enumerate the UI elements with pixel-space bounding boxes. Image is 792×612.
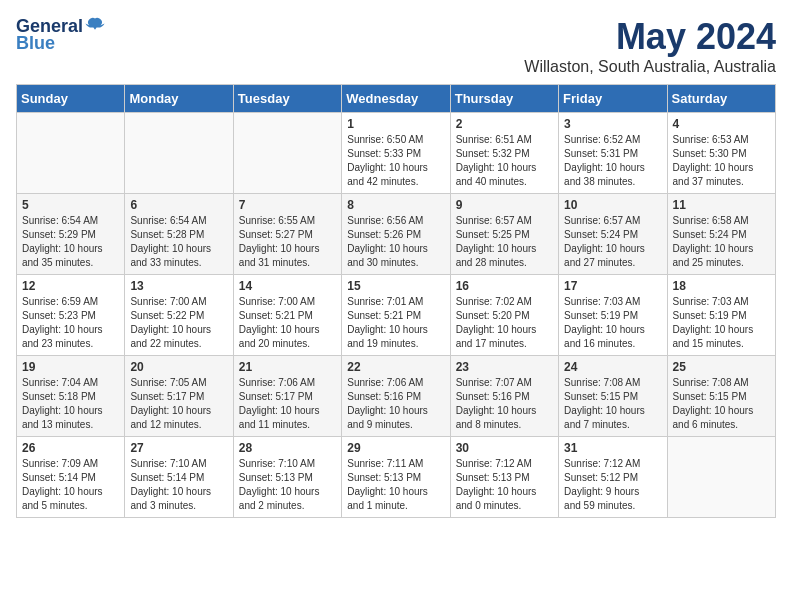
day-number: 5 (22, 198, 119, 212)
calendar-cell: 12Sunrise: 6:59 AM Sunset: 5:23 PM Dayli… (17, 275, 125, 356)
day-number: 4 (673, 117, 770, 131)
calendar-cell: 21Sunrise: 7:06 AM Sunset: 5:17 PM Dayli… (233, 356, 341, 437)
day-info: Sunrise: 6:51 AM Sunset: 5:32 PM Dayligh… (456, 133, 553, 189)
day-info: Sunrise: 6:50 AM Sunset: 5:33 PM Dayligh… (347, 133, 444, 189)
day-number: 26 (22, 441, 119, 455)
calendar-cell: 27Sunrise: 7:10 AM Sunset: 5:14 PM Dayli… (125, 437, 233, 518)
day-number: 13 (130, 279, 227, 293)
calendar-cell: 5Sunrise: 6:54 AM Sunset: 5:29 PM Daylig… (17, 194, 125, 275)
calendar-cell: 17Sunrise: 7:03 AM Sunset: 5:19 PM Dayli… (559, 275, 667, 356)
day-info: Sunrise: 7:00 AM Sunset: 5:21 PM Dayligh… (239, 295, 336, 351)
day-info: Sunrise: 7:06 AM Sunset: 5:16 PM Dayligh… (347, 376, 444, 432)
calendar-cell: 8Sunrise: 6:56 AM Sunset: 5:26 PM Daylig… (342, 194, 450, 275)
day-number: 24 (564, 360, 661, 374)
day-number: 10 (564, 198, 661, 212)
day-info: Sunrise: 7:11 AM Sunset: 5:13 PM Dayligh… (347, 457, 444, 513)
calendar-cell: 26Sunrise: 7:09 AM Sunset: 5:14 PM Dayli… (17, 437, 125, 518)
page-title: May 2024 (524, 16, 776, 58)
day-number: 23 (456, 360, 553, 374)
day-info: Sunrise: 7:03 AM Sunset: 5:19 PM Dayligh… (564, 295, 661, 351)
day-info: Sunrise: 7:01 AM Sunset: 5:21 PM Dayligh… (347, 295, 444, 351)
day-number: 15 (347, 279, 444, 293)
calendar-header-row: SundayMondayTuesdayWednesdayThursdayFrid… (17, 85, 776, 113)
day-info: Sunrise: 6:58 AM Sunset: 5:24 PM Dayligh… (673, 214, 770, 270)
day-info: Sunrise: 6:52 AM Sunset: 5:31 PM Dayligh… (564, 133, 661, 189)
calendar-cell (125, 113, 233, 194)
day-number: 20 (130, 360, 227, 374)
day-number: 27 (130, 441, 227, 455)
logo-bird-icon (85, 17, 105, 33)
calendar-cell: 7Sunrise: 6:55 AM Sunset: 5:27 PM Daylig… (233, 194, 341, 275)
day-number: 31 (564, 441, 661, 455)
calendar-cell: 29Sunrise: 7:11 AM Sunset: 5:13 PM Dayli… (342, 437, 450, 518)
day-number: 3 (564, 117, 661, 131)
day-info: Sunrise: 6:57 AM Sunset: 5:24 PM Dayligh… (564, 214, 661, 270)
calendar-cell: 9Sunrise: 6:57 AM Sunset: 5:25 PM Daylig… (450, 194, 558, 275)
day-number: 18 (673, 279, 770, 293)
calendar-cell: 24Sunrise: 7:08 AM Sunset: 5:15 PM Dayli… (559, 356, 667, 437)
day-info: Sunrise: 7:02 AM Sunset: 5:20 PM Dayligh… (456, 295, 553, 351)
day-number: 14 (239, 279, 336, 293)
calendar-cell: 31Sunrise: 7:12 AM Sunset: 5:12 PM Dayli… (559, 437, 667, 518)
day-number: 9 (456, 198, 553, 212)
calendar-week-row: 12Sunrise: 6:59 AM Sunset: 5:23 PM Dayli… (17, 275, 776, 356)
calendar-cell: 6Sunrise: 6:54 AM Sunset: 5:28 PM Daylig… (125, 194, 233, 275)
calendar-cell: 19Sunrise: 7:04 AM Sunset: 5:18 PM Dayli… (17, 356, 125, 437)
calendar-cell: 15Sunrise: 7:01 AM Sunset: 5:21 PM Dayli… (342, 275, 450, 356)
day-info: Sunrise: 6:54 AM Sunset: 5:29 PM Dayligh… (22, 214, 119, 270)
day-info: Sunrise: 7:12 AM Sunset: 5:13 PM Dayligh… (456, 457, 553, 513)
day-number: 25 (673, 360, 770, 374)
day-number: 11 (673, 198, 770, 212)
day-number: 7 (239, 198, 336, 212)
calendar-cell: 10Sunrise: 6:57 AM Sunset: 5:24 PM Dayli… (559, 194, 667, 275)
calendar-cell: 18Sunrise: 7:03 AM Sunset: 5:19 PM Dayli… (667, 275, 775, 356)
calendar-cell: 11Sunrise: 6:58 AM Sunset: 5:24 PM Dayli… (667, 194, 775, 275)
day-info: Sunrise: 6:59 AM Sunset: 5:23 PM Dayligh… (22, 295, 119, 351)
page-header: General Blue May 2024 Willaston, South A… (16, 16, 776, 76)
day-info: Sunrise: 7:04 AM Sunset: 5:18 PM Dayligh… (22, 376, 119, 432)
title-area: May 2024 Willaston, South Australia, Aus… (524, 16, 776, 76)
day-info: Sunrise: 7:03 AM Sunset: 5:19 PM Dayligh… (673, 295, 770, 351)
calendar-cell: 4Sunrise: 6:53 AM Sunset: 5:30 PM Daylig… (667, 113, 775, 194)
day-header-sunday: Sunday (17, 85, 125, 113)
calendar-cell: 23Sunrise: 7:07 AM Sunset: 5:16 PM Dayli… (450, 356, 558, 437)
calendar-cell (17, 113, 125, 194)
day-number: 30 (456, 441, 553, 455)
day-info: Sunrise: 6:56 AM Sunset: 5:26 PM Dayligh… (347, 214, 444, 270)
day-number: 16 (456, 279, 553, 293)
calendar-cell: 22Sunrise: 7:06 AM Sunset: 5:16 PM Dayli… (342, 356, 450, 437)
day-number: 1 (347, 117, 444, 131)
logo-text-blue: Blue (16, 33, 55, 54)
day-info: Sunrise: 7:08 AM Sunset: 5:15 PM Dayligh… (673, 376, 770, 432)
calendar-cell: 13Sunrise: 7:00 AM Sunset: 5:22 PM Dayli… (125, 275, 233, 356)
day-info: Sunrise: 7:00 AM Sunset: 5:22 PM Dayligh… (130, 295, 227, 351)
day-info: Sunrise: 6:54 AM Sunset: 5:28 PM Dayligh… (130, 214, 227, 270)
calendar-week-row: 1Sunrise: 6:50 AM Sunset: 5:33 PM Daylig… (17, 113, 776, 194)
day-info: Sunrise: 7:10 AM Sunset: 5:13 PM Dayligh… (239, 457, 336, 513)
calendar-cell: 3Sunrise: 6:52 AM Sunset: 5:31 PM Daylig… (559, 113, 667, 194)
calendar-week-row: 26Sunrise: 7:09 AM Sunset: 5:14 PM Dayli… (17, 437, 776, 518)
calendar-cell: 2Sunrise: 6:51 AM Sunset: 5:32 PM Daylig… (450, 113, 558, 194)
calendar-cell: 20Sunrise: 7:05 AM Sunset: 5:17 PM Dayli… (125, 356, 233, 437)
day-number: 6 (130, 198, 227, 212)
calendar-cell: 30Sunrise: 7:12 AM Sunset: 5:13 PM Dayli… (450, 437, 558, 518)
day-info: Sunrise: 6:57 AM Sunset: 5:25 PM Dayligh… (456, 214, 553, 270)
day-header-thursday: Thursday (450, 85, 558, 113)
day-number: 8 (347, 198, 444, 212)
day-header-tuesday: Tuesday (233, 85, 341, 113)
calendar-cell (667, 437, 775, 518)
day-number: 21 (239, 360, 336, 374)
day-number: 2 (456, 117, 553, 131)
calendar-cell: 1Sunrise: 6:50 AM Sunset: 5:33 PM Daylig… (342, 113, 450, 194)
logo: General Blue (16, 16, 105, 54)
day-number: 17 (564, 279, 661, 293)
day-header-wednesday: Wednesday (342, 85, 450, 113)
calendar-week-row: 19Sunrise: 7:04 AM Sunset: 5:18 PM Dayli… (17, 356, 776, 437)
day-info: Sunrise: 6:55 AM Sunset: 5:27 PM Dayligh… (239, 214, 336, 270)
calendar-cell: 25Sunrise: 7:08 AM Sunset: 5:15 PM Dayli… (667, 356, 775, 437)
day-info: Sunrise: 7:10 AM Sunset: 5:14 PM Dayligh… (130, 457, 227, 513)
calendar-cell (233, 113, 341, 194)
calendar-week-row: 5Sunrise: 6:54 AM Sunset: 5:29 PM Daylig… (17, 194, 776, 275)
day-header-monday: Monday (125, 85, 233, 113)
day-number: 19 (22, 360, 119, 374)
